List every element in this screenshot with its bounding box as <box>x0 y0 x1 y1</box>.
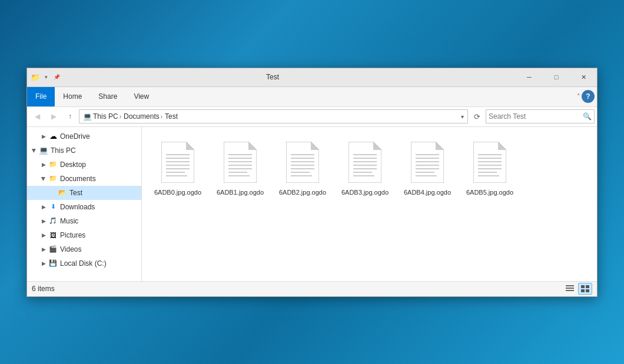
sidebar-item-localdisk[interactable]: ▶ 💾 Local Disk (C:) <box>27 256 141 271</box>
sidebar-label-pictures: Pictures <box>60 231 85 239</box>
sidebar-item-documents[interactable]: ▶ 📁 Documents <box>27 172 141 186</box>
path-test[interactable]: Test <box>165 112 178 121</box>
expand-arrow-thispc[interactable]: ▶ <box>29 146 39 155</box>
up-button[interactable]: ↑ <box>62 109 78 124</box>
expand-arrow-pictures[interactable]: ▶ <box>39 231 48 240</box>
file-icon-wrapper <box>469 139 510 186</box>
sidebar-label-music: Music <box>60 217 78 225</box>
expand-arrow-music[interactable]: ▶ <box>39 216 48 226</box>
sidebar-label-localdisk: Local Disk (C:) <box>60 259 107 268</box>
sidebar-label-thispc: This PC <box>51 146 76 155</box>
file-item[interactable]: 6ADB0.jpg.ogdo <box>151 136 204 199</box>
back-button[interactable]: ◀ <box>29 109 45 124</box>
help-button[interactable]: ? <box>582 90 595 103</box>
window-controls: ─ □ ✕ <box>516 68 597 86</box>
svg-rect-55 <box>566 288 574 289</box>
search-box[interactable]: 🔍 <box>486 109 595 123</box>
svg-rect-54 <box>566 285 574 286</box>
sidebar: ▶ ☁ OneDrive ▶ 💻 This PC ▶ 📁 Desktop <box>27 127 142 281</box>
path-this-pc[interactable]: 💻 This PC › <box>83 112 121 121</box>
sidebar-item-music[interactable]: ▶ 🎵 Music <box>27 214 141 228</box>
path-segment-label: This PC <box>93 112 118 121</box>
details-view-icon <box>566 285 574 292</box>
file-icon-svg <box>348 142 381 183</box>
sidebar-item-videos[interactable]: ▶ 🎬 Videos <box>27 242 141 256</box>
file-item[interactable]: 6ADB2.jpg.ogdo <box>276 136 329 199</box>
status-bar: 6 items <box>27 281 597 296</box>
file-item[interactable]: 6ADB4.jpg.ogdo <box>401 136 454 199</box>
sidebar-item-onedrive[interactable]: ▶ ☁ OneDrive <box>27 129 141 143</box>
file-item[interactable]: 6ADB5.jpg.ogdo <box>463 136 516 199</box>
status-item-count: 6 items <box>32 285 563 293</box>
sidebar-item-desktop[interactable]: ▶ 📁 Desktop <box>27 158 141 172</box>
file-name: 6ADB4.jpg.ogdo <box>404 188 451 196</box>
videos-icon: 🎬 <box>48 245 58 254</box>
tab-home[interactable]: Home <box>55 87 90 106</box>
sidebar-label-downloads: Downloads <box>60 203 95 211</box>
file-area: 6ADB0.jpg.ogdo <box>142 127 597 281</box>
expand-arrow-videos[interactable]: ▶ <box>39 245 48 254</box>
sidebar-item-downloads[interactable]: ▶ ⬇ Downloads <box>27 200 141 214</box>
sidebar-item-pictures[interactable]: ▶ 🖼 Pictures <box>27 228 141 242</box>
tab-share[interactable]: Share <box>90 87 125 106</box>
svg-rect-56 <box>566 290 574 291</box>
file-item[interactable]: 6ADB1.jpg.ogdo <box>214 136 267 199</box>
path-documents[interactable]: Documents › <box>124 112 162 121</box>
search-input[interactable] <box>489 112 580 121</box>
file-icon-wrapper <box>157 139 198 186</box>
onedrive-icon: ☁ <box>48 132 58 141</box>
file-name: 6ADB1.jpg.ogdo <box>217 188 264 196</box>
address-path[interactable]: 💻 This PC › Documents › Test ▾ <box>79 109 468 123</box>
expand-arrow-downloads[interactable]: ▶ <box>39 202 48 212</box>
expand-arrow-onedrive[interactable]: ▶ <box>39 132 48 141</box>
file-icon-svg <box>224 142 257 183</box>
file-item[interactable]: 6ADB3.jpg.ogdo <box>338 136 391 199</box>
thispc-icon: 💻 <box>39 146 48 155</box>
localdisk-icon: 💾 <box>48 259 58 268</box>
test-folder-icon: 📂 <box>58 188 67 198</box>
files-grid: 6ADB0.jpg.ogdo <box>142 127 597 281</box>
music-icon: 🎵 <box>48 216 58 226</box>
path-computer-icon: 💻 <box>83 112 92 121</box>
search-icon[interactable]: 🔍 <box>583 112 592 121</box>
file-icon-wrapper <box>344 139 386 186</box>
sidebar-label-videos: Videos <box>60 245 81 253</box>
address-dropdown-icon[interactable]: ▾ <box>461 113 464 120</box>
view-details-button[interactable] <box>563 283 577 295</box>
sidebar-scroll[interactable]: ▶ ☁ OneDrive ▶ 💻 This PC ▶ 📁 Desktop <box>27 127 141 281</box>
expand-arrow-desktop[interactable]: ▶ <box>39 160 48 169</box>
file-icon-svg <box>473 142 506 183</box>
file-name: 6ADB2.jpg.ogdo <box>279 188 326 196</box>
ribbon-right: ˄ ? <box>577 87 597 106</box>
pictures-icon: 🖼 <box>48 231 58 240</box>
svg-marker-1 <box>186 142 194 150</box>
sidebar-item-test[interactable]: ▶ 📂 Test <box>27 186 141 200</box>
svg-rect-58 <box>586 285 589 288</box>
expand-arrow-localdisk[interactable]: ▶ <box>39 259 48 268</box>
svg-marker-10 <box>248 142 257 150</box>
view-grid-button[interactable] <box>578 283 592 295</box>
tab-view[interactable]: View <box>125 87 157 106</box>
path-sep-2: › <box>161 113 162 120</box>
refresh-button[interactable]: ⟳ <box>469 109 484 124</box>
ribbon-collapse-icon[interactable]: ˄ <box>577 93 580 101</box>
svg-rect-60 <box>586 289 589 292</box>
title-bar: 📁 ▾ 📌 Test ─ □ ✕ <box>27 68 597 87</box>
file-explorer-window: 📁 ▾ 📌 Test ─ □ ✕ File Home Share View ˄ … <box>26 68 598 297</box>
sidebar-label-onedrive: OneDrive <box>60 132 90 141</box>
maximize-button[interactable]: □ <box>543 68 570 86</box>
close-button[interactable]: ✕ <box>570 68 597 86</box>
sidebar-label-test: Test <box>69 189 82 197</box>
expand-arrow-documents[interactable]: ▶ <box>39 174 48 183</box>
file-name: 6ADB0.jpg.ogdo <box>154 188 201 196</box>
file-icon-wrapper <box>220 139 261 186</box>
forward-button[interactable]: ▶ <box>46 109 61 124</box>
minimize-button[interactable]: ─ <box>516 68 543 86</box>
file-icon-wrapper <box>407 139 448 186</box>
file-name: 6ADB3.jpg.ogdo <box>341 188 389 196</box>
file-name: 6ADB5.jpg.ogdo <box>466 188 513 196</box>
sidebar-item-thispc[interactable]: ▶ 💻 This PC <box>27 143 141 158</box>
path-sep-1: › <box>120 113 121 120</box>
file-icon-wrapper <box>282 139 323 186</box>
tab-file[interactable]: File <box>27 87 55 106</box>
